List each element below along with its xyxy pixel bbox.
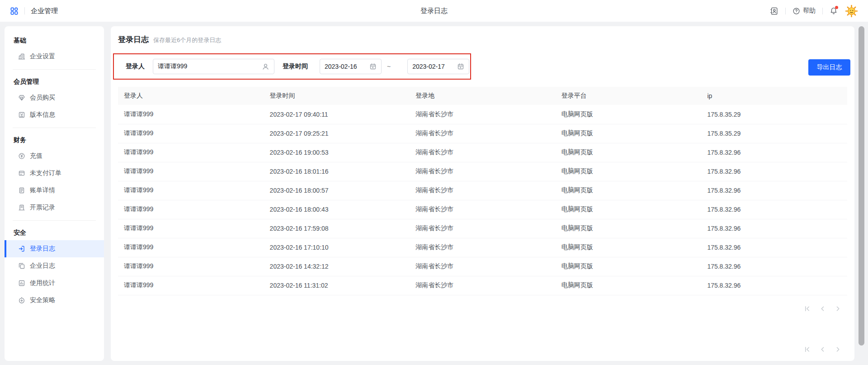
- apps-grid-icon[interactable]: [10, 7, 19, 15]
- login-time-label: 登录时间: [283, 62, 308, 71]
- chevron-right-icon: [835, 346, 841, 353]
- table-cell: 175.8.35.29: [701, 105, 847, 124]
- chevron-left-button[interactable]: [818, 305, 826, 313]
- sidebar-item-security-policy[interactable]: 安全策略: [5, 292, 104, 309]
- table-row[interactable]: 谭谭谭9992023-02-17 09:40:11湖南省长沙市电脑网页版175.…: [118, 105, 847, 124]
- sidebar-item-label: 充值: [30, 152, 42, 160]
- table-cell: 谭谭谭999: [118, 257, 264, 276]
- table-cell: 2023-02-16 18:00:57: [264, 181, 410, 200]
- column-header: 登录平台: [556, 87, 702, 105]
- sidebar-item-label: 企业设置: [30, 52, 55, 61]
- first-page-button[interactable]: [803, 305, 811, 313]
- sidebar-item-label: 企业日志: [30, 262, 55, 270]
- table-cell: 175.8.32.96: [701, 200, 847, 219]
- sidebar-item-label: 未支付订单: [30, 169, 61, 177]
- table-row[interactable]: 谭谭谭9992023-02-16 18:00:57湖南省长沙市电脑网页版175.…: [118, 181, 847, 200]
- sidebar-item-bill-details[interactable]: 账单详情: [5, 182, 104, 199]
- table-row[interactable]: 谭谭谭9992023-02-16 18:00:43湖南省长沙市电脑网页版175.…: [118, 200, 847, 219]
- table-cell: 电脑网页版: [556, 200, 702, 219]
- table-cell: 175.8.32.96: [701, 162, 847, 181]
- table-cell: 湖南省长沙市: [410, 162, 556, 181]
- chevron-left-button[interactable]: [818, 345, 826, 353]
- table-cell: 谭谭谭999: [118, 200, 264, 219]
- login-user-field: [153, 59, 274, 74]
- contacts-icon[interactable]: [770, 7, 778, 15]
- table-cell: 电脑网页版: [556, 257, 702, 276]
- table-cell: 2023-02-16 18:00:43: [264, 200, 410, 219]
- version-icon: [18, 111, 25, 119]
- login-user-label: 登录人: [126, 62, 145, 71]
- table-cell: 电脑网页版: [556, 143, 702, 162]
- sidebar-item-label: 安全策略: [30, 296, 55, 304]
- question-circle-icon: [793, 7, 800, 15]
- login-log-table: 登录人登录时间登录地登录平台ip 谭谭谭9992023-02-17 09:40:…: [118, 87, 847, 295]
- table-cell: 谭谭谭999: [118, 143, 264, 162]
- sidebar-item-usage-statistics[interactable]: 使用统计: [5, 275, 104, 292]
- calendar-icon: [457, 63, 464, 70]
- header-divider: [822, 8, 823, 14]
- table-cell: 湖南省长沙市: [410, 200, 556, 219]
- page-subtitle: 保存最近6个月的登录日志: [153, 36, 221, 44]
- sidebar-item-label: 开票记录: [30, 204, 55, 212]
- export-log-button[interactable]: 导出日志: [808, 59, 850, 76]
- first-page-button[interactable]: [803, 345, 811, 353]
- table-cell: 湖南省长沙市: [410, 105, 556, 124]
- sidebar: 基础企业设置会员管理会员购买版本信息财务充值未支付订单账单详情开票记录安全登录日…: [5, 26, 104, 361]
- membership-icon: [18, 94, 25, 101]
- first-page-icon: [804, 305, 811, 312]
- sidebar-item-enterprise-settings[interactable]: 企业设置: [5, 48, 104, 65]
- bill-detail-icon: [18, 187, 25, 194]
- sidebar-item-label: 会员购买: [30, 94, 55, 102]
- table-cell: 175.8.32.96: [701, 219, 847, 238]
- chevron-right-button[interactable]: [834, 345, 842, 353]
- table-cell: 2023-02-16 19:00:53: [264, 143, 410, 162]
- sidebar-item-invoice-records[interactable]: 开票记录: [5, 199, 104, 216]
- table-row[interactable]: 谭谭谭9992023-02-17 09:25:21湖南省长沙市电脑网页版175.…: [118, 124, 847, 143]
- sidebar-item-login-log[interactable]: 登录日志: [5, 240, 104, 257]
- sidebar-nav: 基础企业设置会员管理会员购买版本信息财务充值未支付订单账单详情开票记录安全登录日…: [5, 33, 104, 309]
- table-row[interactable]: 谭谭谭9992023-02-16 11:31:02湖南省长沙市电脑网页版175.…: [118, 276, 847, 295]
- filter-row: 登录人 登录时间 2023-02-16 ~ 2023-02-17: [118, 53, 847, 80]
- sidebar-item-recharge[interactable]: 充值: [5, 147, 104, 165]
- help-label: 帮助: [803, 7, 816, 15]
- sidebar-item-label: 登录日志: [30, 245, 55, 253]
- sidebar-item-unpaid-orders[interactable]: 未支付订单: [5, 165, 104, 182]
- table-cell: 谭谭谭999: [118, 219, 264, 238]
- building-icon: [18, 53, 25, 60]
- date-to-value: 2023-02-17: [412, 63, 445, 70]
- chevron-right-button[interactable]: [834, 305, 842, 313]
- chevron-left-icon: [819, 346, 826, 353]
- sidebar-item-version-info[interactable]: 版本信息: [5, 106, 104, 123]
- table-cell: 电脑网页版: [556, 276, 702, 295]
- date-to-picker[interactable]: 2023-02-17: [407, 59, 469, 74]
- security-policy-icon: [18, 297, 25, 304]
- help-button[interactable]: 帮助: [793, 7, 816, 15]
- login-user-input[interactable]: [158, 63, 259, 70]
- table-row[interactable]: 谭谭谭9992023-02-16 14:32:12湖南省长沙市电脑网页版175.…: [118, 257, 847, 276]
- table-row[interactable]: 谭谭谭9992023-02-16 18:01:16湖南省长沙市电脑网页版175.…: [118, 162, 847, 181]
- sidebar-item-enterprise-log[interactable]: 企业日志: [5, 257, 104, 275]
- table-cell: 湖南省长沙市: [410, 238, 556, 257]
- table-cell: 2023-02-16 14:32:12: [264, 257, 410, 276]
- table-cell: 2023-02-16 17:10:10: [264, 238, 410, 257]
- sidebar-item-membership-purchase[interactable]: 会员购买: [5, 89, 104, 106]
- sidebar-item-label: 使用统计: [30, 279, 55, 287]
- sidebar-divider: [13, 69, 96, 70]
- date-from-picker[interactable]: 2023-02-16: [320, 59, 382, 74]
- table-row[interactable]: 谭谭谭9992023-02-16 19:00:53湖南省长沙市电脑网页版175.…: [118, 143, 847, 162]
- top-header: 企业管理 登录日志 帮助: [0, 0, 868, 22]
- header-page-title: 登录日志: [420, 7, 448, 15]
- app-title: 企业管理: [31, 7, 58, 15]
- vertical-scrollbar-thumb[interactable]: [859, 26, 864, 346]
- page-title: 登录日志: [118, 34, 149, 45]
- column-header: 登录时间: [264, 87, 410, 105]
- notification-bell-button[interactable]: [830, 7, 838, 15]
- table-row[interactable]: 谭谭谭9992023-02-16 17:10:10湖南省长沙市电脑网页版175.…: [118, 238, 847, 257]
- table-cell: 电脑网页版: [556, 238, 702, 257]
- table-cell: 电脑网页版: [556, 181, 702, 200]
- person-icon: [262, 63, 269, 71]
- avatar[interactable]: [844, 4, 858, 18]
- chevron-left-icon: [819, 305, 826, 312]
- table-cell: 谭谭谭999: [118, 276, 264, 295]
- table-row[interactable]: 谭谭谭9992023-02-16 17:59:08湖南省长沙市电脑网页版175.…: [118, 219, 847, 238]
